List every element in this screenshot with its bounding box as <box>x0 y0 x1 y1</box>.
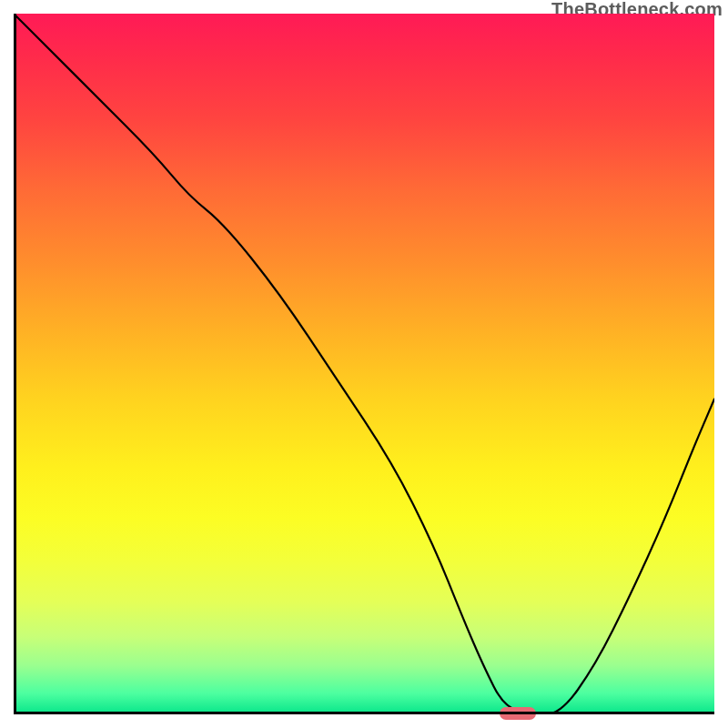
bottleneck-chart: TheBottleneck.com <box>0 0 728 728</box>
optimal-marker <box>500 707 536 720</box>
bottleneck-curve <box>14 14 714 714</box>
plot-area <box>14 14 714 714</box>
